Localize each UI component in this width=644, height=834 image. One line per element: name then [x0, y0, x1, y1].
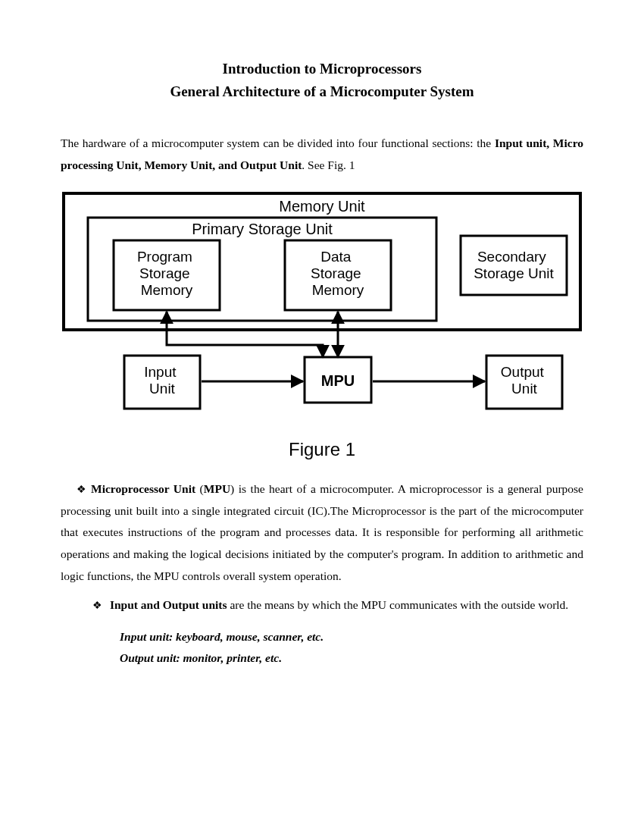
io-lead: Input and Output units	[110, 598, 227, 611]
label-input-l1: Input	[144, 364, 177, 380]
label-output-l2: Unit	[511, 381, 538, 397]
mpu-paragraph: ❖Microprocessor Unit (MPU) is the heart …	[61, 478, 583, 587]
intro-text-c: . See Fig. 1	[302, 158, 355, 171]
doc-subtitle: General Architecture of a Microcomputer …	[61, 83, 583, 100]
svg-text:Input
        Unit: Input Unit	[144, 364, 180, 397]
architecture-diagram: Memory Unit Primary Storage Unit Program…	[61, 190, 583, 425]
io-bullet: ❖ Input and Output units are the means b…	[92, 594, 583, 616]
mpu-rest: ) is the heart of a microcomputer. A mic…	[61, 482, 583, 582]
label-mpu: MPU	[321, 372, 355, 389]
label-program-l3: Memory	[141, 282, 193, 298]
label-data-l3: Memory	[312, 282, 364, 298]
mpu-open: (	[195, 482, 204, 495]
label-program-l1: Program	[137, 249, 192, 265]
svg-text:Program
        Storage
      : Program Storage Memory	[137, 249, 196, 298]
bullet-icon: ❖	[61, 480, 86, 500]
intro-paragraph: The hardware of a microcomputer system c…	[61, 132, 583, 177]
output-examples: Output unit: monitor, printer, etc.	[120, 647, 583, 669]
doc-title: Introduction to Microprocessors	[61, 61, 583, 77]
label-primary-storage: Primary Storage Unit	[192, 221, 333, 237]
figure-caption: Figure 1	[61, 439, 583, 460]
bullet-icon: ❖	[92, 600, 102, 611]
label-output-l1: Output	[501, 364, 545, 380]
mpu-lead: Microprocessor Unit	[91, 482, 195, 495]
svg-text:Secondary
        Storage Unit: Secondary Storage Unit	[474, 249, 554, 281]
intro-text-a: The hardware of a microcomputer system c…	[61, 136, 495, 149]
label-data-l1: Data	[320, 249, 352, 265]
label-data-l2: Storage	[311, 265, 361, 281]
label-memory-unit: Memory Unit	[279, 198, 365, 215]
page: Introduction to Microprocessors General …	[0, 0, 644, 714]
svg-text:Output
        Unit: Output Unit	[501, 364, 548, 397]
figure-1: Memory Unit Primary Storage Unit Program…	[61, 190, 583, 428]
label-program-l2: Storage	[139, 265, 190, 281]
label-secondary-l2: Storage Unit	[474, 265, 554, 281]
label-secondary-l1: Secondary	[477, 249, 546, 265]
mpu-abbr: MPU	[204, 482, 230, 495]
label-input-l2: Unit	[149, 381, 176, 397]
svg-text:Data
        Storage
        M: Data Storage Memory	[311, 249, 365, 298]
input-examples: Input unit: keyboard, mouse, scanner, et…	[120, 626, 583, 647]
io-rest: are the means by which the MPU communica…	[227, 598, 569, 611]
